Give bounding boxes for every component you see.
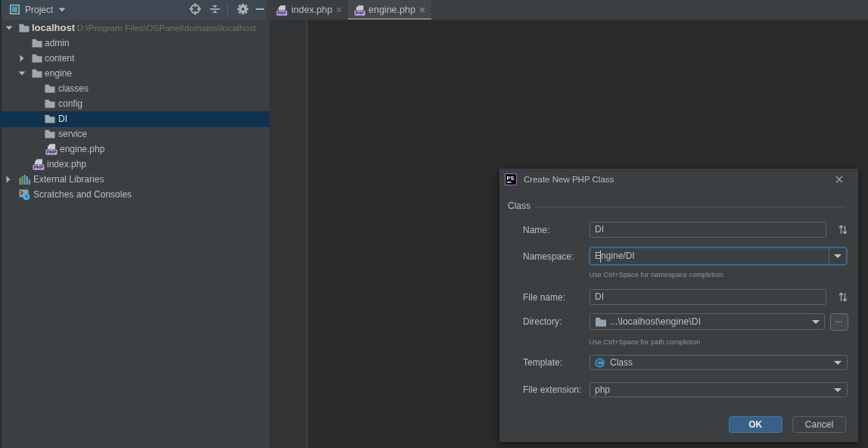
svg-text:PS: PS: [507, 175, 515, 182]
